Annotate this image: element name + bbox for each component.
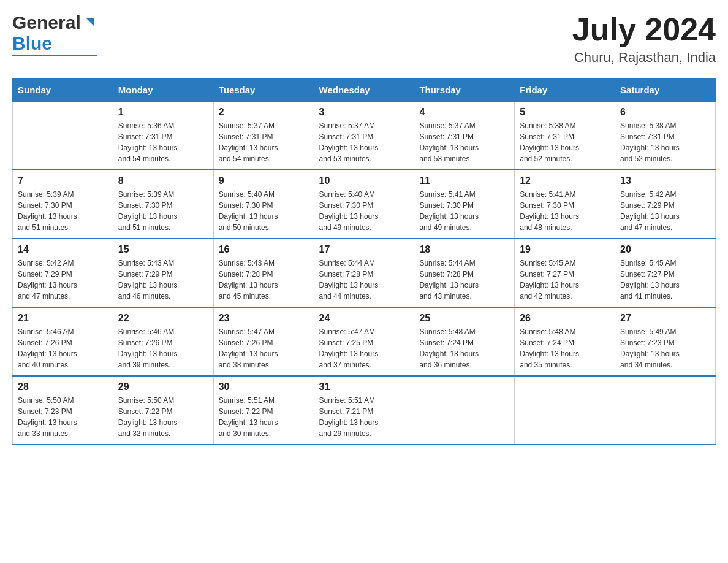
day-info: Sunrise: 5:40 AM Sunset: 7:30 PM Dayligh… <box>319 189 409 233</box>
calendar-cell <box>414 376 515 445</box>
day-number: 1 <box>118 107 208 118</box>
calendar-cell: 27Sunrise: 5:49 AM Sunset: 7:23 PM Dayli… <box>615 307 716 376</box>
day-info: Sunrise: 5:51 AM Sunset: 7:22 PM Dayligh… <box>219 395 309 439</box>
day-number: 30 <box>219 381 309 393</box>
days-of-week-row: SundayMondayTuesdayWednesdayThursdayFrid… <box>13 79 716 102</box>
calendar-cell: 16Sunrise: 5:43 AM Sunset: 7:28 PM Dayli… <box>213 239 314 307</box>
day-number: 20 <box>620 244 710 255</box>
day-info: Sunrise: 5:46 AM Sunset: 7:26 PM Dayligh… <box>118 326 208 370</box>
day-of-week-saturday: Saturday <box>615 79 716 102</box>
calendar-cell: 2Sunrise: 5:37 AM Sunset: 7:31 PM Daylig… <box>213 102 314 170</box>
day-info: Sunrise: 5:37 AM Sunset: 7:31 PM Dayligh… <box>419 120 509 164</box>
week-row-3: 14Sunrise: 5:42 AM Sunset: 7:29 PM Dayli… <box>13 239 716 307</box>
day-number: 15 <box>118 244 208 255</box>
day-info: Sunrise: 5:48 AM Sunset: 7:24 PM Dayligh… <box>520 326 610 370</box>
calendar-cell: 4Sunrise: 5:37 AM Sunset: 7:31 PM Daylig… <box>414 102 515 170</box>
calendar-cell: 3Sunrise: 5:37 AM Sunset: 7:31 PM Daylig… <box>314 102 414 170</box>
day-number: 25 <box>419 313 509 324</box>
calendar-cell: 12Sunrise: 5:41 AM Sunset: 7:30 PM Dayli… <box>515 170 615 239</box>
day-number: 24 <box>319 313 409 324</box>
day-info: Sunrise: 5:37 AM Sunset: 7:31 PM Dayligh… <box>319 120 409 164</box>
calendar-body: 1Sunrise: 5:36 AM Sunset: 7:31 PM Daylig… <box>13 102 716 445</box>
day-number: 3 <box>319 107 409 118</box>
day-number: 13 <box>620 175 710 186</box>
day-number: 4 <box>419 107 509 118</box>
calendar-cell: 9Sunrise: 5:40 AM Sunset: 7:30 PM Daylig… <box>213 170 314 239</box>
day-number: 7 <box>18 175 108 186</box>
day-info: Sunrise: 5:50 AM Sunset: 7:22 PM Dayligh… <box>118 395 208 439</box>
day-info: Sunrise: 5:45 AM Sunset: 7:27 PM Dayligh… <box>520 258 610 302</box>
day-number: 22 <box>118 313 208 324</box>
day-info: Sunrise: 5:38 AM Sunset: 7:31 PM Dayligh… <box>620 120 710 164</box>
day-number: 27 <box>620 313 710 324</box>
day-number: 29 <box>118 381 208 393</box>
day-info: Sunrise: 5:46 AM Sunset: 7:26 PM Dayligh… <box>18 326 108 370</box>
day-number: 19 <box>520 244 610 255</box>
day-number: 9 <box>219 175 309 186</box>
location-subtitle: Churu, Rajasthan, India <box>572 50 716 66</box>
day-number: 31 <box>319 381 409 393</box>
day-info: Sunrise: 5:39 AM Sunset: 7:30 PM Dayligh… <box>118 189 208 233</box>
day-number: 14 <box>18 244 108 255</box>
day-info: Sunrise: 5:42 AM Sunset: 7:29 PM Dayligh… <box>620 189 710 233</box>
logo-arrow-icon <box>83 15 97 31</box>
calendar-cell: 5Sunrise: 5:38 AM Sunset: 7:31 PM Daylig… <box>515 102 615 170</box>
week-row-4: 21Sunrise: 5:46 AM Sunset: 7:26 PM Dayli… <box>13 307 716 376</box>
day-info: Sunrise: 5:48 AM Sunset: 7:24 PM Dayligh… <box>419 326 509 370</box>
calendar-cell: 8Sunrise: 5:39 AM Sunset: 7:30 PM Daylig… <box>113 170 213 239</box>
day-info: Sunrise: 5:47 AM Sunset: 7:25 PM Dayligh… <box>319 326 409 370</box>
day-number: 8 <box>118 175 208 186</box>
calendar-cell: 17Sunrise: 5:44 AM Sunset: 7:28 PM Dayli… <box>314 239 414 307</box>
day-number: 28 <box>18 381 108 393</box>
calendar-cell <box>515 376 615 445</box>
day-info: Sunrise: 5:43 AM Sunset: 7:29 PM Dayligh… <box>118 258 208 302</box>
day-number: 12 <box>520 175 610 186</box>
month-year-title: July 2024 <box>572 12 716 47</box>
calendar-header: SundayMondayTuesdayWednesdayThursdayFrid… <box>13 79 716 102</box>
calendar-cell: 10Sunrise: 5:40 AM Sunset: 7:30 PM Dayli… <box>314 170 414 239</box>
day-number: 11 <box>419 175 509 186</box>
day-info: Sunrise: 5:41 AM Sunset: 7:30 PM Dayligh… <box>520 189 610 233</box>
day-info: Sunrise: 5:44 AM Sunset: 7:28 PM Dayligh… <box>419 258 509 302</box>
calendar-cell: 29Sunrise: 5:50 AM Sunset: 7:22 PM Dayli… <box>113 376 213 445</box>
day-info: Sunrise: 5:36 AM Sunset: 7:31 PM Dayligh… <box>118 120 208 164</box>
day-info: Sunrise: 5:41 AM Sunset: 7:30 PM Dayligh… <box>419 189 509 233</box>
day-info: Sunrise: 5:45 AM Sunset: 7:27 PM Dayligh… <box>620 258 710 302</box>
day-info: Sunrise: 5:37 AM Sunset: 7:31 PM Dayligh… <box>219 120 309 164</box>
day-of-week-monday: Monday <box>113 79 213 102</box>
logo: General Blue <box>12 12 97 56</box>
calendar-cell <box>13 102 113 170</box>
svg-marker-0 <box>86 18 94 26</box>
day-number: 26 <box>520 313 610 324</box>
day-number: 6 <box>620 107 710 118</box>
day-info: Sunrise: 5:43 AM Sunset: 7:28 PM Dayligh… <box>219 258 309 302</box>
calendar-cell: 19Sunrise: 5:45 AM Sunset: 7:27 PM Dayli… <box>515 239 615 307</box>
calendar-cell: 25Sunrise: 5:48 AM Sunset: 7:24 PM Dayli… <box>414 307 515 376</box>
day-of-week-tuesday: Tuesday <box>213 79 314 102</box>
day-info: Sunrise: 5:38 AM Sunset: 7:31 PM Dayligh… <box>520 120 610 164</box>
day-info: Sunrise: 5:50 AM Sunset: 7:23 PM Dayligh… <box>18 395 108 439</box>
calendar-cell <box>615 376 716 445</box>
calendar-cell: 31Sunrise: 5:51 AM Sunset: 7:21 PM Dayli… <box>314 376 414 445</box>
logo-general: General <box>12 12 81 33</box>
day-number: 18 <box>419 244 509 255</box>
day-number: 2 <box>219 107 309 118</box>
day-of-week-wednesday: Wednesday <box>314 79 414 102</box>
day-number: 5 <box>520 107 610 118</box>
calendar-cell: 26Sunrise: 5:48 AM Sunset: 7:24 PM Dayli… <box>515 307 615 376</box>
day-of-week-thursday: Thursday <box>414 79 515 102</box>
day-number: 16 <box>219 244 309 255</box>
calendar-cell: 22Sunrise: 5:46 AM Sunset: 7:26 PM Dayli… <box>113 307 213 376</box>
day-info: Sunrise: 5:51 AM Sunset: 7:21 PM Dayligh… <box>319 395 409 439</box>
week-row-5: 28Sunrise: 5:50 AM Sunset: 7:23 PM Dayli… <box>13 376 716 445</box>
calendar-cell: 6Sunrise: 5:38 AM Sunset: 7:31 PM Daylig… <box>615 102 716 170</box>
title-block: July 2024 Churu, Rajasthan, India <box>572 12 716 66</box>
calendar-cell: 23Sunrise: 5:47 AM Sunset: 7:26 PM Dayli… <box>213 307 314 376</box>
calendar-cell: 30Sunrise: 5:51 AM Sunset: 7:22 PM Dayli… <box>213 376 314 445</box>
day-number: 23 <box>219 313 309 324</box>
calendar-cell: 14Sunrise: 5:42 AM Sunset: 7:29 PM Dayli… <box>13 239 113 307</box>
calendar-cell: 7Sunrise: 5:39 AM Sunset: 7:30 PM Daylig… <box>13 170 113 239</box>
week-row-1: 1Sunrise: 5:36 AM Sunset: 7:31 PM Daylig… <box>13 102 716 170</box>
day-of-week-friday: Friday <box>515 79 615 102</box>
calendar-cell: 28Sunrise: 5:50 AM Sunset: 7:23 PM Dayli… <box>13 376 113 445</box>
